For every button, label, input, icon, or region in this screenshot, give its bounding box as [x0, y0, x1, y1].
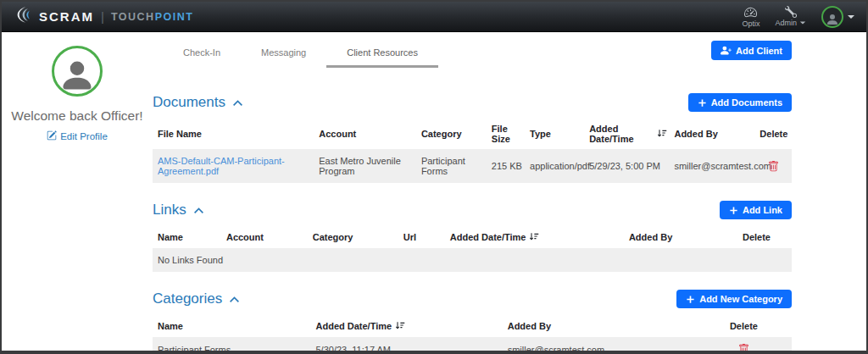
links-section-toggle[interactable]: Links	[153, 202, 204, 218]
profile-sidebar: Welcome back Officer! Edit Profile	[2, 32, 153, 351]
person-icon	[826, 13, 839, 26]
welcome-message: Welcome back Officer!	[11, 108, 142, 124]
tab-check-in[interactable]: Check-In	[163, 41, 241, 68]
sort-down-icon	[395, 320, 405, 332]
col-name: Name	[153, 228, 223, 247]
profile-avatar	[52, 46, 103, 97]
col-type: Type	[526, 124, 586, 144]
chevron-up-icon	[232, 94, 243, 111]
documents-section: Documents Add Documents File Name Accoun…	[153, 93, 792, 183]
cell-category: Participant Forms	[418, 149, 488, 183]
documents-table-header: File Name Account Category File Size Typ…	[153, 119, 792, 149]
plus-icon	[729, 206, 738, 215]
brand-logo[interactable]: SCRAM | TOUCH POINT	[15, 6, 193, 27]
links-empty-row: No Links Found	[153, 248, 792, 272]
sort-down-icon	[529, 231, 539, 243]
col-added-datetime[interactable]: Added Date/Time	[586, 119, 670, 149]
table-row: AMS-Default-CAM-Participant-Agreement.pd…	[153, 149, 792, 183]
delete-document-button[interactable]	[768, 161, 779, 172]
cell-file-size: 215 KB	[488, 154, 526, 178]
categories-table: Name Added Date/Time Added By Delete Par…	[153, 316, 792, 354]
links-table: Name Account Category Url Added Date/Tim…	[153, 227, 792, 272]
scram-swoosh-icon	[15, 6, 33, 27]
top-navbar: SCRAM | TOUCH POINT Optix Admin	[2, 2, 866, 32]
navbar-avatar	[821, 6, 843, 28]
cell-added-by: smiller@scramtest.com	[670, 154, 755, 178]
cell-account: East Metro Juvenile Program	[315, 149, 418, 183]
nav-optix[interactable]: Optix	[742, 6, 760, 28]
tab-client-resources[interactable]: Client Resources	[326, 41, 438, 68]
nav-admin-label: Admin	[775, 19, 797, 27]
col-url: Url	[400, 228, 447, 247]
main-panel: Check-In Messaging Client Resources Add …	[153, 32, 866, 351]
cell-name: Participant Forms	[153, 338, 313, 354]
tab-bar: Check-In Messaging Client Resources	[163, 41, 438, 68]
speedometer-icon	[744, 6, 757, 19]
col-delete: Delete	[696, 317, 792, 336]
plus-icon	[698, 98, 707, 108]
add-documents-button[interactable]: Add Documents	[688, 93, 792, 112]
delete-category-button[interactable]	[738, 344, 749, 354]
col-account: Account	[315, 124, 418, 144]
brand-touch-text: TOUCH	[111, 11, 155, 23]
col-category: Category	[309, 228, 400, 247]
nav-user-menu[interactable]	[821, 6, 854, 28]
nav-optix-label: Optix	[742, 19, 760, 28]
add-client-button[interactable]: Add Client	[711, 41, 792, 60]
add-new-category-button[interactable]: Add New Category	[676, 290, 792, 308]
categories-section-toggle[interactable]: Categories	[153, 290, 240, 307]
caret-down-icon	[848, 15, 854, 19]
col-delete: Delete	[721, 228, 792, 247]
nav-admin-menu[interactable]: Admin	[775, 6, 806, 27]
trash-icon	[768, 161, 779, 172]
add-link-button[interactable]: Add Link	[720, 201, 792, 219]
chevron-up-icon	[229, 290, 240, 307]
links-table-header: Name Account Category Url Added Date/Tim…	[153, 227, 792, 248]
table-row: Participant Forms 5/30/23, 11:17 AM smil…	[153, 337, 792, 354]
links-section: Links Add Link Name Account Category	[153, 201, 792, 272]
categories-section: Categories Add New Category Name Adde	[153, 290, 792, 354]
col-added-by: Added By	[670, 124, 755, 144]
col-added-by: Added By	[626, 228, 721, 247]
col-delete: Delete	[756, 124, 792, 144]
caret-down-icon	[800, 21, 805, 24]
person-plus-icon	[721, 45, 732, 56]
cell-added-by: smiller@scramtest.com	[504, 338, 696, 354]
edit-profile-label: Edit Profile	[60, 131, 108, 141]
plus-icon	[686, 295, 695, 304]
edit-profile-link[interactable]: Edit Profile	[47, 130, 108, 142]
categories-table-header: Name Added Date/Time Added By Delete	[153, 316, 792, 337]
col-name: Name	[153, 317, 313, 336]
col-added-datetime[interactable]: Added Date/Time	[313, 316, 504, 337]
cell-type: application/pdf	[526, 154, 586, 178]
page-content: Welcome back Officer! Edit Profile Check…	[2, 32, 866, 351]
document-file-link[interactable]: AMS-Default-CAM-Participant-Agreement.pd…	[158, 156, 285, 176]
documents-section-toggle[interactable]: Documents	[153, 94, 243, 111]
brand-divider: |	[101, 9, 104, 24]
col-file-name: File Name	[153, 124, 315, 144]
tab-messaging[interactable]: Messaging	[241, 41, 326, 68]
documents-table: File Name Account Category File Size Typ…	[153, 119, 792, 183]
empty-state-text: No Links Found	[153, 248, 792, 272]
wrench-icon	[785, 6, 797, 18]
brand-scram-text: SCRAM	[39, 9, 94, 24]
cell-added-datetime: 5/30/23, 11:17 AM	[313, 338, 504, 354]
col-category: Category	[418, 124, 488, 144]
app-window: { "navbar": { "brand": { "scram": "SCRAM…	[0, 0, 868, 354]
col-added-by: Added By	[504, 317, 696, 336]
person-icon	[58, 57, 96, 94]
col-added-datetime[interactable]: Added Date/Time	[447, 227, 626, 248]
chevron-up-icon	[193, 202, 204, 218]
cell-added-datetime: 5/29/23, 5:00 PM	[586, 154, 670, 178]
col-account: Account	[223, 228, 309, 247]
brand-point-text: POINT	[155, 11, 194, 23]
pencil-square-icon	[47, 130, 57, 142]
sort-down-icon	[657, 128, 667, 140]
trash-icon	[738, 344, 749, 354]
col-file-size: File Size	[488, 119, 526, 149]
